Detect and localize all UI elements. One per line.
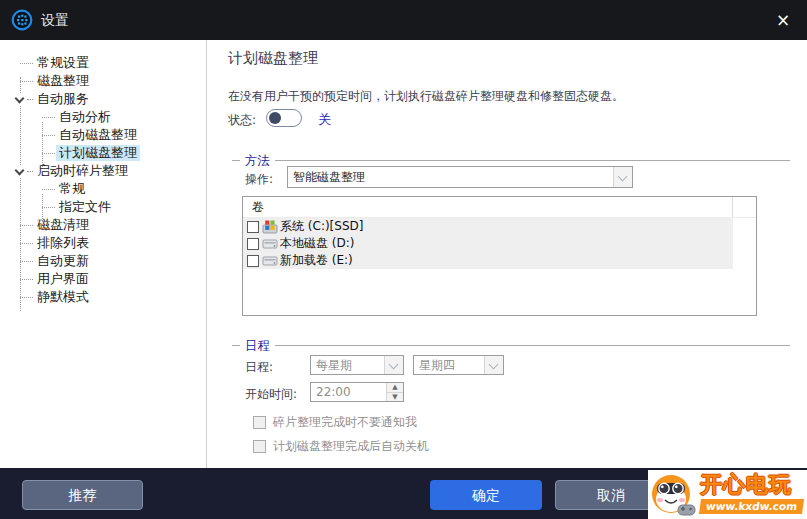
volume-row-e[interactable]: 新加载卷 (E:) [243, 252, 733, 269]
method-group-border [232, 160, 790, 161]
settings-nav-sidebar: 常规设置 磁盘整理 自动服务 自动分析 自动磁盘整理 计划磁盘整理 启动时碎片整… [0, 40, 207, 468]
checkbox-unchecked[interactable] [247, 238, 259, 250]
mascot-icon [649, 472, 699, 518]
tree-item-auto-defrag[interactable]: 自动磁盘整理 [0, 126, 206, 144]
window-title: 设置 [41, 12, 69, 30]
close-icon[interactable]: × [772, 9, 794, 31]
ok-button[interactable]: 确定 [430, 480, 542, 510]
schedule-group-legend: 日程 [240, 338, 275, 355]
tree-item-disk-cleanup[interactable]: 磁盘清理 [0, 216, 206, 234]
volume-list: 卷 系统 (C:)[SSD] 本地磁盘 ( [242, 196, 757, 316]
scheduled-defrag-panel: 计划磁盘整理 在没有用户干预的预定时间，计划执行磁盘碎片整理硬盘和修整固态硬盘。… [208, 40, 807, 468]
chevron-down-icon[interactable] [484, 356, 503, 374]
tree-item-auto-service[interactable]: 自动服务 [0, 90, 206, 108]
checkbox-unchecked[interactable] [253, 416, 266, 429]
frequency-selected-value: 每星期 [316, 357, 352, 374]
volume-name: 系统 (C:)[SSD] [280, 218, 363, 235]
volume-column-header[interactable]: 卷 [243, 197, 756, 218]
day-select[interactable]: 星期四 [413, 355, 504, 375]
drive-icon [262, 236, 278, 251]
option-auto-shutdown[interactable]: 计划磁盘整理完成后自动关机 [253, 438, 429, 455]
frequency-select[interactable]: 每星期 [310, 355, 404, 375]
status-label: 状态: [228, 112, 256, 129]
method-group-legend: 方法 [240, 153, 275, 170]
drive-icon [262, 253, 278, 268]
page-description: 在没有用户干预的预定时间，计划执行磁盘碎片整理硬盘和修整固态硬盘。 [228, 88, 793, 105]
chevron-down-icon[interactable] [13, 165, 26, 178]
operation-select[interactable]: 智能磁盘整理 [287, 166, 633, 188]
tree-item-general-settings[interactable]: 常规设置 [0, 54, 206, 72]
tree-item-silent-mode[interactable]: 静默模式 [0, 288, 206, 306]
watermark-brand: 开心电玩 [700, 470, 792, 500]
tree-item-auto-analyze[interactable]: 自动分析 [0, 108, 206, 126]
volume-name: 新加载卷 (E:) [280, 252, 353, 269]
volume-row-d[interactable]: 本地磁盘 (D:) [243, 235, 733, 252]
status-toggle[interactable] [266, 109, 302, 127]
start-time-value: 22:00 [316, 385, 351, 399]
app-logo-icon [11, 9, 33, 31]
settings-tree: 常规设置 磁盘整理 自动服务 自动分析 自动磁盘整理 计划磁盘整理 启动时碎片整… [0, 40, 206, 306]
operation-selected-value: 智能磁盘整理 [293, 169, 365, 186]
option-no-notify[interactable]: 碎片整理完成时不要通知我 [253, 414, 417, 431]
spinner-up-icon[interactable]: ▲ [386, 383, 403, 392]
day-selected-value: 星期四 [419, 357, 455, 374]
checkbox-unchecked[interactable] [253, 440, 266, 453]
chevron-down-icon[interactable] [13, 93, 26, 106]
volume-name: 本地磁盘 (D:) [280, 235, 354, 252]
tree-item-auto-update[interactable]: 自动更新 [0, 252, 206, 270]
status-value: 关 [318, 111, 331, 129]
start-time-stepper[interactable]: 22:00 ▲ ▼ [310, 382, 404, 402]
tree-item-exclude-list[interactable]: 排除列表 [0, 234, 206, 252]
toggle-knob [269, 112, 281, 124]
start-time-label: 开始时间: [245, 386, 297, 403]
chevron-down-icon[interactable] [384, 356, 403, 374]
kxdw-watermark: 开心电玩 www.kxdw.com [648, 470, 807, 519]
system-drive-icon [262, 219, 278, 234]
schedule-label: 日程: [245, 359, 273, 376]
tree-item-scheduled-defrag[interactable]: 计划磁盘整理 [0, 144, 206, 162]
tree-item-specified-files[interactable]: 指定文件 [0, 198, 206, 216]
titlebar: 设置 × [0, 0, 807, 40]
recommend-button[interactable]: 推荐 [22, 480, 143, 510]
tree-item-boot-time-defrag[interactable]: 启动时碎片整理 [0, 162, 206, 180]
spinner-down-icon[interactable]: ▼ [386, 392, 403, 401]
page-title: 计划磁盘整理 [228, 49, 318, 68]
checkbox-unchecked[interactable] [247, 255, 259, 267]
chevron-down-icon[interactable] [613, 167, 632, 187]
tree-item-boot-general[interactable]: 常规 [0, 180, 206, 198]
watermark-url: www.kxdw.com [699, 499, 804, 514]
tree-item-user-interface[interactable]: 用户界面 [0, 270, 206, 288]
footer-bar: 推荐 确定 取消 开心电玩 www.kxdw.com [0, 468, 807, 519]
volume-row-c[interactable]: 系统 (C:)[SSD] [243, 218, 733, 235]
checkbox-unchecked[interactable] [247, 221, 259, 233]
tree-item-disk-defrag[interactable]: 磁盘整理 [0, 72, 206, 90]
schedule-group-border [232, 345, 790, 346]
operation-label: 操作: [245, 171, 273, 188]
settings-window: 设置 × 常规设置 磁盘整理 自动服务 自动分析 自动磁盘整理 计划磁盘整理 启… [0, 0, 807, 519]
